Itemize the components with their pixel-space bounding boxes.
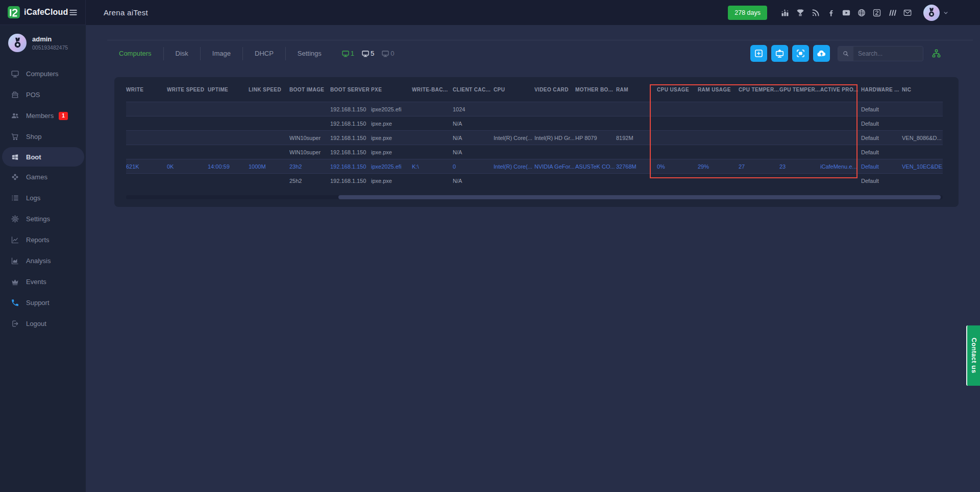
- column-header[interactable]: BOOT IMAGE: [289, 87, 330, 92]
- table-cell: 192.168.1.150: [330, 178, 371, 184]
- sidebar-item-computers[interactable]: Computers: [0, 63, 86, 84]
- rss-icon[interactable]: [811, 8, 820, 17]
- sidebar-item-boot[interactable]: Boot: [2, 147, 84, 167]
- sidebar-item-events[interactable]: Events: [0, 271, 86, 292]
- table-cell: 32768M: [616, 163, 657, 170]
- layers-icon[interactable]: [888, 8, 897, 17]
- table-row[interactable]: 192.168.1.150ipxe2025.efi1024Default: [126, 102, 943, 116]
- monitor-count-online[interactable]: 1: [341, 50, 354, 58]
- table-cell: 192.168.1.150: [330, 135, 371, 141]
- icafecloud-icon[interactable]: [872, 8, 881, 17]
- column-header[interactable]: WRITE: [126, 87, 167, 92]
- column-header[interactable]: HARDWARE ...: [861, 87, 902, 92]
- column-header[interactable]: NIC: [902, 87, 943, 92]
- sidebar-item-shop[interactable]: Shop: [0, 126, 86, 147]
- table-body: 192.168.1.150ipxe2025.efi1024Default192.…: [126, 102, 943, 188]
- sidebar-item-label: POS: [26, 91, 40, 99]
- table-row[interactable]: WIN10super192.168.1.150ipxe.pxeN/AIntel(…: [126, 130, 943, 145]
- column-header[interactable]: CPU: [494, 87, 534, 92]
- youtube-icon[interactable]: [842, 8, 851, 17]
- cloud-upload-button[interactable]: [813, 45, 830, 62]
- column-header[interactable]: ACTIVE PRO...: [820, 87, 861, 92]
- table-row[interactable]: WIN10super192.168.1.150ipxe.pxeN/ADefaul…: [126, 145, 943, 159]
- tab-computers[interactable]: Computers: [107, 47, 164, 60]
- column-header[interactable]: LINK SPEED: [249, 87, 289, 92]
- sidebar-item-label: Logs: [26, 194, 40, 202]
- sidebar-item-logout[interactable]: Logout: [0, 313, 86, 334]
- user-block[interactable]: admin 005193482475: [0, 25, 86, 57]
- leaderboard-icon[interactable]: [780, 8, 790, 17]
- table-row[interactable]: 621K0K14:00:591000M23h2192.168.1.150ipxe…: [126, 159, 943, 173]
- add-button[interactable]: [750, 45, 767, 62]
- table-cell: Intel(R) Core(...: [494, 135, 534, 141]
- table-cell: ipxe2025.efi: [371, 106, 412, 112]
- sidebar-item-pos[interactable]: POS: [0, 84, 86, 105]
- column-header[interactable]: CPU TEMPER...: [739, 87, 779, 92]
- table-row[interactable]: 192.168.1.150ipxe.pxeN/ADefault: [126, 116, 943, 130]
- horizontal-scrollbar-thumb[interactable]: [338, 195, 941, 199]
- monitor-count-total[interactable]: 5: [361, 50, 374, 58]
- sidebar-item-support[interactable]: Support: [0, 292, 86, 313]
- avatar[interactable]: [923, 5, 940, 21]
- table-cell: 8192M: [616, 135, 657, 141]
- column-header[interactable]: RAM USAGE: [698, 87, 739, 92]
- table-cell: Intel(R) Core(...: [494, 163, 534, 170]
- main-content: ComputersDiskImageDHCPSettings 150 WRITE…: [86, 25, 980, 492]
- tab-image[interactable]: Image: [201, 47, 243, 60]
- column-header[interactable]: PXE: [371, 87, 412, 92]
- sidebar-item-logs[interactable]: Logs: [0, 188, 86, 208]
- column-header[interactable]: RAM: [616, 87, 657, 92]
- search-icon: [842, 50, 849, 57]
- tab-settings[interactable]: Settings: [286, 47, 333, 60]
- menu-icon[interactable]: [68, 8, 78, 17]
- sidebar-item-reports[interactable]: Reports: [0, 229, 86, 250]
- trophy-icon[interactable]: [796, 8, 805, 17]
- table-cell: ipxe.pxe: [371, 149, 412, 155]
- computers-table: WRITEWRITE SPEEDUPTIMELINK SPEEDBOOT IMA…: [126, 77, 943, 188]
- search-box: [838, 46, 923, 61]
- table-cell: ipxe2025.efi: [371, 163, 412, 170]
- table-cell: 1000M: [249, 163, 289, 170]
- topbar-logo-area: iCafeCloud: [0, 0, 86, 25]
- column-header[interactable]: VIDEO CARD: [534, 87, 575, 92]
- column-header[interactable]: WRITE SPEED: [167, 87, 208, 92]
- table-cell: N/A: [453, 149, 494, 155]
- tab-dhcp[interactable]: DHCP: [243, 47, 286, 60]
- column-header[interactable]: BOOT SERVER: [330, 87, 371, 92]
- sidebar-item-games[interactable]: Games: [0, 167, 86, 188]
- monitor-count-offline[interactable]: 0: [381, 50, 394, 58]
- chevron-down-icon[interactable]: [942, 9, 949, 16]
- license-days-badge[interactable]: 278 days: [728, 6, 767, 20]
- sidebar-item-members[interactable]: Members1: [0, 105, 86, 126]
- horizontal-scrollbar-track: [126, 195, 943, 199]
- sidebar-item-analysis[interactable]: Analysis: [0, 250, 86, 271]
- games-icon: [11, 173, 19, 181]
- column-header[interactable]: WRITE-BAC...: [412, 87, 453, 92]
- capture-button[interactable]: [792, 45, 809, 62]
- column-header[interactable]: MOTHER BO...: [575, 87, 616, 92]
- network-topology-icon[interactable]: [932, 49, 941, 58]
- table-row[interactable]: 25h2192.168.1.150ipxe.pxeN/ADefault: [126, 173, 943, 188]
- add-computer-button[interactable]: [771, 45, 788, 62]
- globe-icon[interactable]: [857, 8, 866, 17]
- user-avatar: [8, 34, 27, 52]
- column-header[interactable]: GPU TEMPER...: [779, 87, 820, 92]
- logout-icon: [11, 319, 19, 328]
- tab-disk[interactable]: Disk: [164, 47, 201, 60]
- table-cell: ipxe.pxe: [371, 135, 412, 141]
- table-cell: 0K: [167, 163, 208, 170]
- column-header[interactable]: CPU USAGE: [657, 87, 698, 92]
- table-cell: 192.168.1.150: [330, 106, 371, 112]
- table-cell: Default: [861, 106, 902, 112]
- table-cell: Default: [861, 121, 902, 127]
- contact-us-button[interactable]: Contact us: [966, 325, 980, 386]
- add-computer-icon: [774, 48, 785, 59]
- facebook-icon[interactable]: [826, 8, 836, 17]
- table-cell: WIN10super: [289, 149, 330, 155]
- sidebar: admin 005193482475 ComputersPOSMembers1S…: [0, 25, 86, 492]
- column-header[interactable]: UPTIME: [208, 87, 249, 92]
- mail-icon[interactable]: [903, 8, 912, 17]
- column-header[interactable]: CLIENT CAC...: [453, 87, 494, 92]
- sidebar-item-settings[interactable]: Settings: [0, 208, 86, 229]
- search-input[interactable]: [853, 50, 923, 57]
